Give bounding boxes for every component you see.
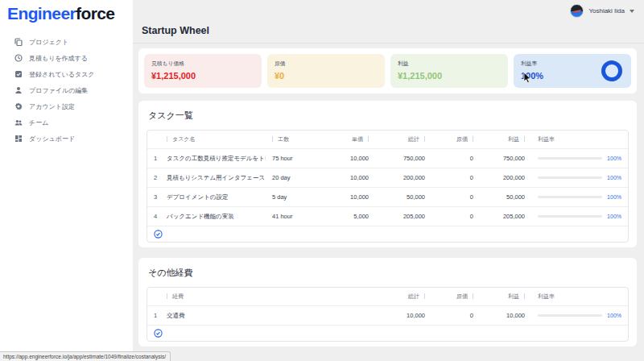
stat-card-cost: 原価 ¥0 (267, 54, 385, 88)
col-unit-price[interactable]: 単価 (328, 135, 375, 143)
expense-profit: 10,000 (480, 312, 531, 319)
task-profit: 750,000 (480, 155, 531, 162)
task-cost: 0 (431, 193, 480, 201)
stats-panel: 見積もり価格 ¥1,215,000 原価 ¥0 利益 ¥1,215,000 利益… (138, 48, 637, 93)
logo-text-engineer: Engineer (7, 4, 76, 23)
logo-text-force: force (76, 4, 114, 23)
task-profit: 205,000 (480, 213, 531, 220)
task-name: タスクの工数見積り推定モデルをトレーニングする (160, 155, 266, 163)
task-margin: 100% (531, 194, 628, 200)
task-total: 205,000 (375, 213, 431, 220)
task-unit-price: 10,000 (328, 174, 375, 181)
col-profit[interactable]: 利益 (480, 135, 531, 143)
confirm-check-icon[interactable] (154, 230, 163, 239)
sidebar-item-label: プロジェクト (29, 38, 68, 47)
expenses-panel: その他経費 経費 総計 原価 利益 利益率 1 交通費 10,000 0 10,… (138, 258, 637, 346)
confirm-check-icon[interactable] (154, 329, 163, 338)
col-effort[interactable]: 工数 (266, 135, 328, 143)
task-table-footer (147, 226, 628, 242)
task-effort: 75 hour (266, 155, 328, 162)
expense-margin: 100% (531, 313, 628, 318)
table-row[interactable]: 2 見積もりシステム用インタフェース 20 day 10,000 200,000… (147, 168, 628, 187)
sidebar-item-label: プロファイルの編集 (29, 86, 88, 95)
stat-label: 見積もり価格 (151, 60, 254, 68)
task-profit: 50,000 (480, 193, 531, 201)
expenses-table-footer (147, 325, 628, 341)
margin-bar (538, 196, 602, 198)
task-cost: 0 (431, 213, 480, 220)
col-cost[interactable]: 原価 (431, 293, 480, 301)
task-table-header: タスク名 工数 単価 総計 原価 利益 利益率 (147, 131, 628, 148)
expense-cost: 0 (431, 312, 480, 319)
margin-bar (538, 157, 602, 160)
edit-profile-icon (14, 86, 23, 94)
sidebar-item-registered-tasks[interactable]: 登録されているタスク (0, 66, 133, 82)
task-effort: 20 day (266, 174, 328, 181)
table-row[interactable]: 3 デプロイメントの設定 5 day 10,000 50,000 0 50,00… (147, 187, 628, 206)
task-name: デプロイメントの設定 (160, 193, 266, 201)
create-estimate-icon (14, 54, 23, 62)
task-cost: 0 (431, 174, 480, 181)
col-total[interactable]: 総計 (375, 293, 431, 301)
user-name[interactable]: Yoshiaki Iida (588, 7, 625, 15)
stat-value: ¥1,215,000 (398, 71, 501, 81)
task-table: タスク名 工数 単価 総計 原価 利益 利益率 1 タスクの工数見積り推定モデル… (147, 130, 629, 243)
title-bar: Startup Wheel (133, 21, 644, 44)
sidebar-item-dashboard[interactable]: ダッシュボード (0, 131, 133, 147)
sidebar-item-project[interactable]: プロジェクト (0, 34, 133, 50)
col-profit[interactable]: 利益 (480, 293, 531, 301)
sidebar-item-account-settings[interactable]: アカウント設定 (0, 98, 133, 114)
task-cost: 0 (431, 155, 480, 162)
task-unit-price: 10,000 (328, 155, 375, 162)
sidebar-item-team[interactable]: チーム (0, 114, 133, 131)
task-list-panel: タスク一覧 タスク名 工数 単価 総計 原価 利益 利益率 1 タスクの工数見積… (138, 101, 637, 247)
task-total: 200,000 (375, 174, 431, 181)
margin-bar (538, 176, 602, 179)
project-icon (14, 38, 23, 46)
col-cost[interactable]: 原価 (431, 135, 480, 143)
stat-card-profit: 利益 ¥1,215,000 (390, 54, 508, 88)
content: 見積もり価格 ¥1,215,000 原価 ¥0 利益 ¥1,215,000 利益… (133, 44, 644, 346)
margin-bar (538, 215, 602, 218)
sidebar-item-label: チーム (29, 118, 48, 127)
task-effort: 5 day (266, 193, 328, 201)
table-row[interactable]: 1 交通費 10,000 0 10,000 100% (147, 305, 628, 325)
col-expense-name[interactable]: 経費 (160, 293, 375, 301)
col-margin[interactable]: 利益率 (531, 293, 628, 301)
sidebar-item-label: アカウント設定 (29, 102, 75, 111)
team-icon (14, 118, 23, 127)
stat-value: ¥0 (275, 71, 378, 81)
main-area: Yoshiaki Iida Startup Wheel 見積もり価格 ¥1,21… (133, 0, 644, 361)
sidebar-item-edit-profile[interactable]: プロファイルの編集 (0, 82, 133, 98)
col-total[interactable]: 総計 (375, 135, 431, 143)
sidebar-item-create-estimate[interactable]: 見積もりを作成する (0, 50, 133, 66)
task-total: 50,000 (375, 193, 431, 201)
topbar: Yoshiaki Iida (133, 0, 644, 21)
expenses-table: 経費 総計 原価 利益 利益率 1 交通費 10,000 0 10,000 10… (147, 287, 629, 342)
task-total: 750,000 (375, 155, 431, 162)
col-margin[interactable]: 利益率 (531, 135, 628, 143)
user-avatar[interactable] (570, 4, 584, 18)
registered-tasks-icon (14, 70, 23, 78)
stat-card-estimate-price: 見積もり価格 ¥1,215,000 (144, 54, 262, 88)
task-profit: 200,000 (480, 174, 531, 181)
table-row[interactable]: 1 タスクの工数見積り推定モデルをトレーニングする 75 hour 10,000… (147, 148, 628, 168)
task-list-heading: タスク一覧 (148, 110, 629, 122)
task-name: バックエンド機能の実装 (160, 213, 266, 221)
expense-total: 10,000 (375, 312, 431, 319)
profit-margin-donut (601, 60, 622, 81)
task-margin: 100% (531, 214, 628, 219)
table-row[interactable]: 4 バックエンド機能の実装 41 hour 5,000 205,000 0 20… (147, 206, 628, 226)
task-unit-price: 5,000 (328, 213, 375, 220)
expense-name: 交通費 (160, 312, 375, 320)
col-task-name[interactable]: タスク名 (160, 135, 266, 143)
page-title: Startup Wheel (142, 25, 209, 36)
task-margin: 100% (531, 175, 628, 180)
sidebar-menu: プロジェクト 見積もりを作成する 登録されているタスク プロファイルの編集 アカ… (0, 34, 133, 147)
task-effort: 41 hour (266, 213, 328, 220)
task-margin: 100% (531, 156, 628, 161)
stat-label: 利益 (398, 60, 501, 68)
chevron-down-icon[interactable] (630, 10, 634, 13)
mouse-cursor (523, 72, 532, 87)
engineerforce-logo[interactable]: Engineerforce (0, 0, 133, 23)
